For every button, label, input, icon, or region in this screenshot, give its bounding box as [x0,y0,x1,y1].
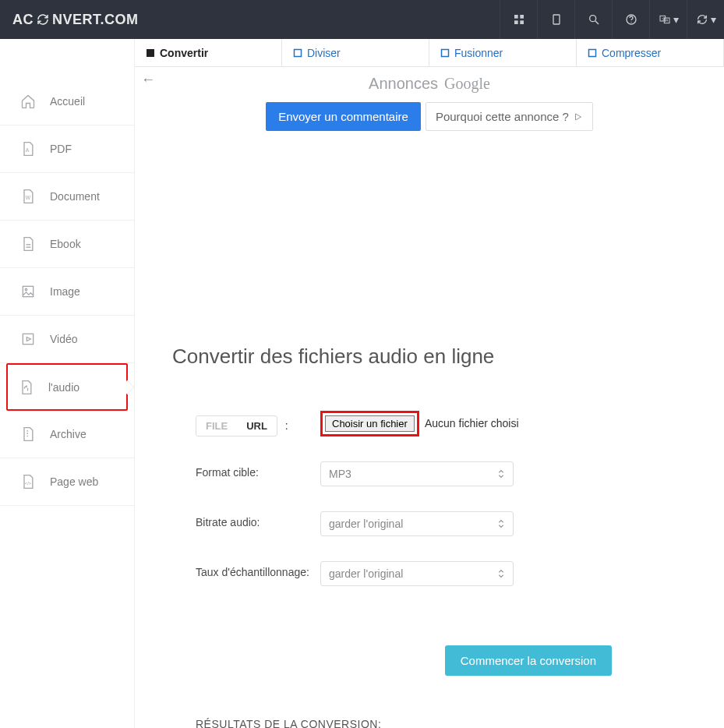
main: Convertir Diviser Fusionner Compresser ←… [135,39,724,728]
logo[interactable]: AC NVERT.COM [12,12,139,28]
logo-left: AC [12,12,34,28]
tab-split[interactable]: Diviser [282,39,429,66]
source-label: FILE URL : [196,411,320,436]
image-icon [20,283,36,300]
tab-merge[interactable]: Fusionner [429,39,577,66]
sample-value: garder l'original [329,567,403,580]
sample-label: Taux d'échantillonnage: [196,561,320,578]
source-url[interactable]: URL [237,416,277,436]
grid-icon[interactable] [500,0,537,39]
tab-label: Diviser [307,47,341,59]
tab-label: Convertir [160,47,208,59]
sidebar-item-label: Accueil [50,95,85,108]
updown-icon [497,468,505,479]
sidebar-item-label: PDF [50,143,72,155]
sample-select[interactable]: garder l'original [320,561,514,586]
sidebar-item-label: Image [50,285,80,298]
square-icon [588,48,597,58]
bitrate-label: Bitrate audio: [196,511,320,528]
ebook-icon [20,235,36,253]
bitrate-select[interactable]: garder l'original [320,511,514,536]
ads-text: Annonces [369,75,438,93]
square-icon [440,48,450,58]
sidebar-item-archive[interactable]: Archive [0,411,134,458]
tab-label: Fusionner [454,47,503,59]
ad-row: ← Annonces Google Envoyer un commentaire… [135,67,724,136]
svg-text:文: 文 [662,16,666,21]
svg-text:</>: </> [25,481,32,486]
sidebar-item-label: Vidéo [50,333,78,345]
page-title: Convertir des fichiers audio en ligne [172,345,687,369]
tablet-icon[interactable] [537,0,574,39]
sidebar-item-document[interactable]: WDocument [0,173,134,221]
sidebar-item-audio[interactable]: l'audio [6,363,128,411]
no-file-text: Aucun fichier choisi [425,417,519,429]
content: Convertir des fichiers audio en ligne FI… [135,307,724,728]
sidebar-item-home[interactable]: Accueil [0,78,134,125]
tab-label: Compresser [602,47,661,59]
help-icon[interactable] [612,0,649,39]
sidebar-item-image[interactable]: Image [0,268,134,316]
svg-rect-1 [520,15,524,19]
sidebar-item-video[interactable]: Vidéo [0,316,134,363]
svg-line-6 [595,21,599,24]
updown-icon [497,568,505,579]
audio-icon [19,379,34,396]
svg-point-5 [589,16,595,22]
svg-text:A: A [26,147,30,153]
svg-text:A: A [666,19,669,23]
logo-right: NVERT.COM [52,12,139,28]
adchoices-icon [574,112,583,122]
caret-down-icon: ▾ [673,13,679,26]
square-icon [293,48,302,58]
format-label: Format cible: [196,461,320,479]
document-icon: W [20,188,36,205]
svg-rect-3 [520,20,524,24]
source-file[interactable]: FILE [196,416,237,436]
top-icons: 文A▾ ▾ [500,0,724,39]
choose-file-button[interactable]: Choisir un fichier [325,415,415,432]
ad-space [135,136,724,307]
refresh-icon [36,12,50,27]
search-icon[interactable] [574,0,612,39]
choose-file-highlight: Choisir un fichier [320,411,419,436]
tab-compress[interactable]: Compresser [577,39,724,66]
ad-why-label: Pourquoi cette annonce ? [436,110,569,123]
sidebar-item-label: Document [50,190,100,203]
caret-down-icon: ▾ [711,13,716,26]
format-value: MP3 [329,468,351,480]
video-icon [20,330,36,348]
language-icon[interactable]: 文A▾ [649,0,687,39]
start-conversion-button[interactable]: Commencer la conversion [445,645,612,676]
svg-point-8 [630,22,631,23]
format-select[interactable]: MP3 [320,461,514,486]
home-icon [20,93,36,110]
tabs: Convertir Diviser Fusionner Compresser [135,39,724,67]
tab-convert[interactable]: Convertir [135,39,282,66]
svg-rect-0 [514,15,518,19]
ad-why-button[interactable]: Pourquoi cette annonce ? [426,102,593,131]
refresh-icon[interactable]: ▾ [687,0,724,39]
form: FILE URL : Choisir un fichier Aucun fich… [172,411,687,586]
svg-rect-23 [295,49,302,56]
svg-point-18 [25,288,27,291]
source-toggle[interactable]: FILE URL [196,415,277,436]
pdf-icon: A [20,140,36,157]
archive-icon [20,426,36,443]
sidebar-item-label: Archive [50,428,87,440]
sidebar-item-label: Ebook [50,238,81,250]
sidebar-item-webpage[interactable]: </>Page web [0,458,134,506]
svg-rect-25 [589,49,596,56]
square-filled-icon [146,48,155,58]
sidebar-item-pdf[interactable]: APDF [0,125,134,173]
svg-text:W: W [26,195,31,200]
sidebar-item-ebook[interactable]: Ebook [0,221,134,268]
sidebar-item-label: Page web [50,475,98,488]
sidebar: Accueil APDF WDocument Ebook Image Vidéo… [0,39,135,728]
svg-rect-4 [553,15,560,24]
ad-feedback-button[interactable]: Envoyer un commentaire [266,102,421,131]
back-arrow[interactable]: ← [141,72,155,88]
bitrate-value: garder l'original [329,518,403,530]
ads-label: Annonces Google [369,75,490,93]
colon: : [285,419,288,432]
